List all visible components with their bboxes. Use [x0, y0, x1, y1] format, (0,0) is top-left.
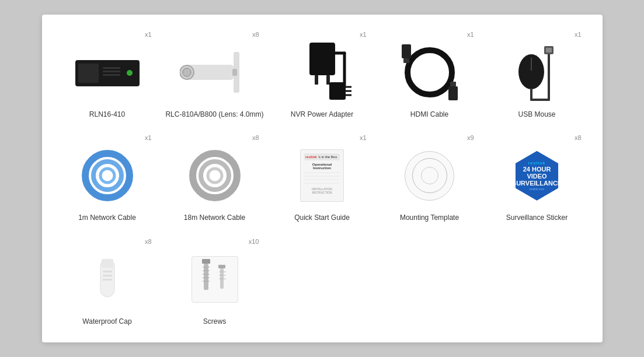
cap-image: [69, 247, 145, 312]
svg-rect-39: [102, 259, 113, 268]
screws-icon: [197, 259, 232, 300]
svg-point-9: [183, 68, 191, 76]
item-cell-cable18m: x8 18m Network Cable: [161, 130, 269, 228]
item-name-cap: Waterproof Cap: [82, 317, 131, 327]
qty-camera: x8: [252, 31, 259, 38]
item-cell-mount: x9 Mounting Template: [376, 130, 483, 228]
svg-rect-10: [232, 69, 237, 76]
cap-icon: [96, 256, 119, 303]
camera-image: [177, 40, 253, 104]
item-name-hdmi: HDMI Cable: [410, 110, 448, 120]
qty-mouse: x1: [575, 31, 582, 38]
item-name-guide: Quick Start Guide: [294, 214, 350, 223]
item-name-mount: Mounting Template: [400, 214, 459, 223]
guide-image: reolink 's in the Box Operational Instru…: [284, 144, 360, 208]
guide-line3: [304, 179, 340, 180]
qty-guide: x1: [360, 134, 367, 141]
page-container: x1 RLN16-410 x8: [0, 0, 644, 357]
svg-point-20: [408, 50, 452, 94]
item-cell-camera: x8 RLC-810A/B800 (Lens: 4.0mm): [161, 26, 269, 124]
svg-rect-23: [448, 86, 458, 100]
cable1m-image: [69, 144, 145, 208]
item-name-cable18m: 18m Network Cable: [184, 214, 245, 223]
nvr-icon: [72, 53, 142, 91]
cable18m-image: [177, 144, 253, 208]
svg-rect-22: [403, 58, 409, 63]
svg-point-33: [93, 162, 121, 190]
adapter-image: [284, 40, 360, 104]
svg-rect-5: [103, 74, 120, 76]
empty-cell-1: [269, 233, 376, 331]
reolink-label: reolink: [305, 155, 317, 159]
qty-sticker: x8: [575, 134, 582, 141]
svg-rect-41: [103, 275, 112, 276]
guide-header: reolink 's in the Box: [304, 153, 340, 160]
camera-icon: [180, 46, 250, 99]
mount-image: [392, 144, 468, 208]
qty-hdmi: x1: [467, 31, 474, 38]
item-name-cable1m: 1m Network Cable: [78, 214, 136, 223]
qty-cable1m: x1: [145, 134, 152, 141]
svg-rect-31: [546, 48, 552, 52]
nvr-image: [69, 40, 145, 104]
item-name-sticker: Surveillance Sticker: [506, 214, 568, 223]
svg-point-36: [201, 162, 229, 190]
guide-line2: [304, 176, 340, 177]
sticker-image: reolink 24 HOURVIDEOSURVEILLANCE reolink…: [499, 144, 575, 208]
guide-note: INSTALLATION INSTRUCTION: [304, 187, 340, 194]
item-cell-cable1m: x1 1m Network Cable: [54, 130, 161, 228]
qty-cap: x8: [145, 238, 152, 245]
item-cell-cap: x8 Waterproof Cap: [54, 233, 161, 331]
item-cell-adapter: x1: [269, 26, 376, 124]
qty-cable18m: x8: [252, 134, 259, 141]
svg-rect-42: [103, 279, 112, 281]
svg-rect-1: [78, 64, 99, 83]
svg-rect-50: [218, 265, 225, 268]
adapter-icon: [293, 41, 351, 103]
svg-rect-16: [329, 82, 346, 100]
mount-inner-ring: [412, 158, 447, 193]
item-cell-hdmi: x1 HDMI Cable: [376, 26, 483, 124]
svg-rect-43: [202, 259, 210, 264]
sticker-url: reolink.com: [530, 187, 545, 191]
svg-rect-13: [326, 75, 330, 85]
cable18m-icon: [186, 146, 244, 205]
svg-rect-3: [103, 67, 120, 69]
item-cell-mouse: x1 USB Mouse: [483, 26, 591, 124]
svg-rect-12: [315, 75, 318, 85]
screws-image: [177, 247, 253, 312]
inbox-label: 's in the Box: [318, 155, 337, 159]
svg-point-2: [127, 70, 133, 76]
item-name-screws: Screws: [203, 317, 226, 327]
sticker-hex: reolink 24 HOURVIDEOSURVEILLANCE reolink…: [512, 151, 562, 201]
item-name-mouse: USB Mouse: [518, 110, 555, 120]
guide-line1: [304, 172, 340, 173]
svg-rect-21: [402, 44, 411, 58]
sticker-main-text: 24 HOURVIDEOSURVEILLANCE: [512, 166, 562, 187]
mount-center: [421, 167, 438, 184]
svg-rect-44: [204, 264, 208, 290]
item-cell-sticker: x8 reolink 24 HOURVIDEOSURVEILLANCE reol…: [483, 130, 591, 228]
item-cell-screws: x10: [161, 233, 269, 331]
svg-rect-4: [103, 71, 120, 72]
guide-book: reolink 's in the Box Operational Instru…: [300, 149, 344, 202]
guide-main-title: Operational Instruction: [304, 163, 340, 170]
items-grid: x1 RLN16-410 x8: [54, 26, 591, 331]
hdmi-image: [392, 40, 468, 104]
guide-line4: [304, 183, 340, 184]
empty-cell-2: [376, 233, 483, 331]
svg-point-34: [100, 169, 114, 183]
sticker-brand: reolink: [528, 161, 546, 165]
mount-template-shape: [405, 151, 454, 201]
svg-rect-11: [309, 43, 335, 75]
item-name-nvr: RLN16-410: [89, 110, 125, 120]
item-name-adapter: NVR Power Adapter: [291, 110, 353, 120]
cable1m-icon: [78, 146, 137, 205]
qty-screws: x10: [249, 238, 259, 245]
item-name-camera: RLC-810A/B800 (Lens: 4.0mm): [165, 110, 263, 120]
mouse-image: [499, 40, 575, 104]
empty-cell-3: [483, 233, 591, 331]
item-cell-guide: x1 reolink 's in the Box Operational Ins…: [269, 130, 376, 228]
qty-mount: x9: [467, 134, 474, 141]
product-box-card: x1 RLN16-410 x8: [42, 15, 603, 343]
